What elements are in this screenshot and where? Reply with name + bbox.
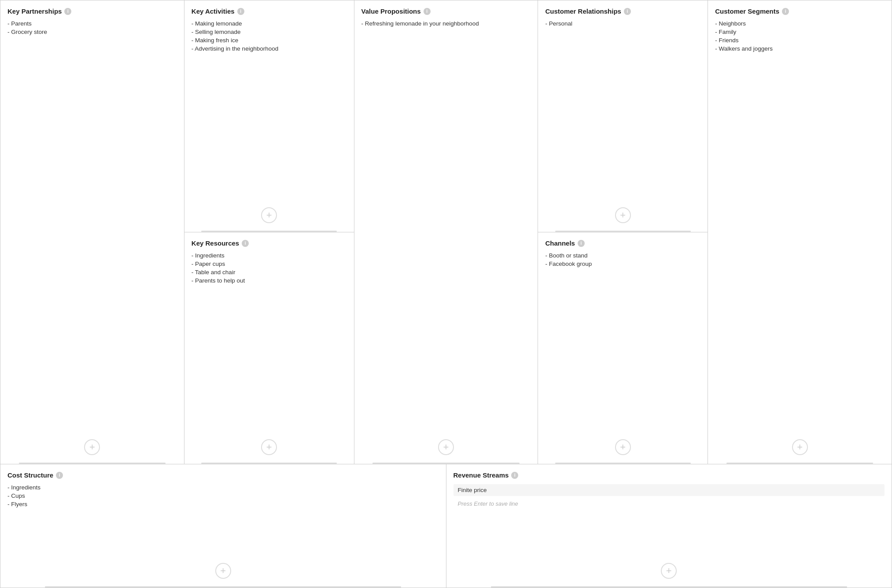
key-activities-title: Key Activities i [192, 7, 347, 15]
customer-relationships-title: Customer Relationships i [545, 7, 700, 15]
channels-list: Booth or stand Facebook group [545, 252, 700, 267]
list-item: Walkers and joggers [715, 45, 885, 52]
revenue-input-placeholder: Press Enter to save line [453, 499, 885, 509]
key-activities-cell: Key Activities i Making lemonade Selling… [184, 0, 354, 232]
revenue-bottom-line [491, 586, 847, 588]
cost-structure-cell: Cost Structure i Ingredients Cups Flyers… [0, 464, 446, 588]
list-item: Making lemonade [192, 20, 347, 27]
list-item: Table and chair [192, 269, 347, 276]
revenue-info-icon[interactable]: i [511, 472, 518, 479]
list-item: Refreshing lemonade in your neighborhood [361, 20, 531, 27]
relationships-bottom-line [555, 231, 691, 232]
partnerships-add-button[interactable]: + [84, 439, 100, 455]
list-item: Selling lemonade [192, 29, 347, 35]
partnerships-list: Parents Grocery store [7, 20, 177, 37]
activities-add-button[interactable]: + [261, 207, 277, 223]
cost-add-button[interactable]: + [215, 563, 231, 579]
cost-list: Ingredients Cups Flyers [7, 484, 439, 509]
customer-segments-title: Customer Segments i [715, 7, 885, 15]
resources-add-button[interactable]: + [261, 439, 277, 455]
revenue-current-item[interactable]: Finite price [453, 484, 885, 496]
revenue-streams-cell: Revenue Streams i Finite price Press Ent… [446, 464, 892, 588]
business-model-canvas: Key Partnerships i Parents Grocery store… [0, 0, 892, 588]
segments-bottom-line [726, 463, 873, 464]
partnerships-info-icon[interactable]: i [64, 8, 71, 15]
activities-list: Making lemonade Selling lemonade Making … [192, 20, 347, 52]
list-item: Parents to help out [192, 277, 347, 284]
key-partnerships-cell: Key Partnerships i Parents Grocery store… [0, 0, 184, 464]
channels-cell: Channels i Booth or stand Facebook group… [538, 232, 708, 464]
list-item: Personal [545, 20, 700, 27]
value-bottom-line [372, 463, 519, 464]
list-item: Cups [7, 492, 439, 499]
key-resources-title: Key Resources i [192, 239, 347, 247]
revenue-add-button[interactable]: + [661, 563, 677, 579]
activities-info-icon[interactable]: i [237, 8, 244, 15]
list-item: Parents [7, 20, 177, 27]
cost-info-icon[interactable]: i [56, 472, 63, 479]
value-list: Refreshing lemonade in your neighborhood [361, 20, 531, 29]
list-item: Advertising in the neighborhood [192, 45, 347, 52]
channels-title: Channels i [545, 239, 700, 247]
segments-add-button[interactable]: + [792, 439, 808, 455]
channels-bottom-line [555, 463, 691, 464]
relationships-list: Personal [545, 20, 700, 27]
revenue-streams-title: Revenue Streams i [453, 471, 885, 479]
list-item: Ingredients [192, 252, 347, 259]
list-item: Grocery store [7, 29, 177, 35]
list-item: Making fresh ice [192, 37, 347, 44]
value-propositions-cell: Value Propositions i Refreshing lemonade… [354, 0, 538, 464]
list-item: Paper cups [192, 261, 347, 267]
relationships-add-button[interactable]: + [615, 207, 631, 223]
resources-bottom-line [201, 463, 337, 464]
bottom-section: Cost Structure i Ingredients Cups Flyers… [0, 464, 892, 588]
segments-info-icon[interactable]: i [782, 8, 789, 15]
segments-list: Neighbors Family Friends Walkers and jog… [715, 20, 885, 54]
relationships-info-icon[interactable]: i [624, 8, 631, 15]
value-add-button[interactable]: + [438, 439, 454, 455]
key-partnerships-title: Key Partnerships i [7, 7, 177, 15]
activities-column: Key Activities i Making lemonade Selling… [184, 0, 354, 464]
list-item: Neighbors [715, 20, 885, 27]
resources-info-icon[interactable]: i [242, 240, 249, 247]
cost-bottom-line [45, 586, 401, 588]
list-item: Facebook group [545, 261, 700, 267]
relationships-column: Customer Relationships i Personal + Chan… [538, 0, 708, 464]
channels-info-icon[interactable]: i [578, 240, 585, 247]
value-propositions-title: Value Propositions i [361, 7, 531, 15]
partnerships-bottom-line [19, 463, 166, 464]
value-info-icon[interactable]: i [424, 8, 431, 15]
top-section: Key Partnerships i Parents Grocery store… [0, 0, 892, 464]
channels-add-button[interactable]: + [615, 439, 631, 455]
resources-list: Ingredients Paper cups Table and chair P… [192, 252, 347, 284]
customer-segments-cell: Customer Segments i Neighbors Family Fri… [708, 0, 892, 464]
list-item: Friends [715, 37, 885, 44]
cost-structure-title: Cost Structure i [7, 471, 439, 479]
activities-bottom-line [201, 231, 337, 232]
customer-relationships-cell: Customer Relationships i Personal + [538, 0, 708, 232]
list-item: Flyers [7, 501, 439, 507]
list-item: Booth or stand [545, 252, 700, 259]
list-item: Ingredients [7, 484, 439, 491]
key-resources-cell: Key Resources i Ingredients Paper cups T… [184, 232, 354, 464]
list-item: Family [715, 29, 885, 35]
